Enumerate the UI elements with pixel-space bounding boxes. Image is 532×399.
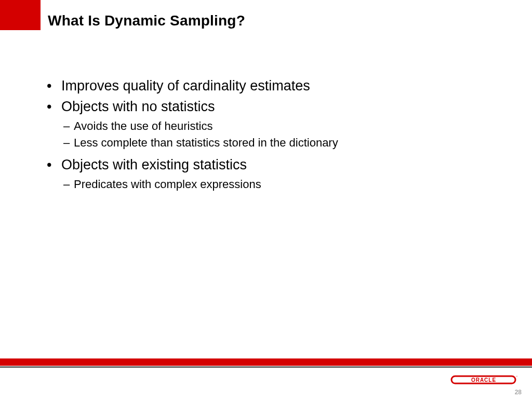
- registered-mark: ®: [516, 375, 518, 378]
- bullet-item: • Objects with existing statistics: [47, 156, 511, 174]
- sub-bullet-marker: –: [63, 177, 74, 192]
- sub-bullet-text: Less complete than statistics stored in …: [74, 135, 338, 151]
- sub-bullet-item: – Avoids the use of heuristics: [63, 118, 511, 134]
- slide-title: What Is Dynamic Sampling?: [48, 12, 245, 29]
- corner-accent: [0, 0, 41, 30]
- sub-bullet-marker: –: [63, 135, 74, 151]
- slide-content: • Improves quality of cardinality estima…: [47, 77, 511, 193]
- oracle-logo-text: ORACLE: [471, 377, 496, 383]
- bullet-marker: •: [47, 156, 61, 174]
- bullet-item: • Objects with no statistics: [47, 98, 511, 115]
- bullet-item: • Improves quality of cardinality estima…: [47, 77, 511, 95]
- bullet-text: Objects with existing statistics: [61, 156, 247, 174]
- sub-bullet-item: – Predicates with complex expressions: [63, 177, 511, 192]
- bullet-text: Objects with no statistics: [61, 98, 215, 115]
- oracle-logo: ORACLE ®: [450, 373, 517, 387]
- bullet-marker: •: [47, 98, 61, 115]
- sub-bullet-text: Avoids the use of heuristics: [74, 118, 212, 134]
- sub-bullet-marker: –: [63, 118, 74, 134]
- footer-divider: [0, 366, 532, 368]
- page-number: 28: [515, 389, 522, 396]
- footer-stripe: [0, 358, 532, 366]
- bullet-text: Improves quality of cardinality estimate…: [61, 77, 310, 95]
- sub-bullet-text: Predicates with complex expressions: [74, 177, 261, 192]
- bullet-marker: •: [47, 77, 61, 95]
- sub-bullet-item: – Less complete than statistics stored i…: [63, 135, 511, 151]
